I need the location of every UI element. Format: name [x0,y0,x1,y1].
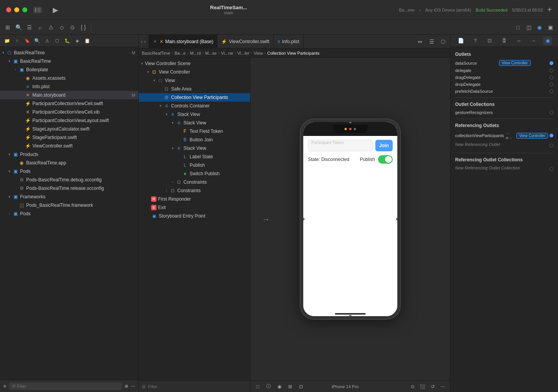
split-editor-icon[interactable]: ⇔ [415,37,425,46]
close-button[interactable] [6,7,11,12]
sidebar-item-info-plist[interactable]: ≡ Info.plist [0,82,138,91]
run-button[interactable]: ▶ [53,6,58,14]
scene-item-safe-area[interactable]: ⊡ Safe Area [139,85,250,93]
diamond-icon[interactable]: ◇ [57,23,66,32]
sidebar-item-participant-cell-xib[interactable]: ✕ ParticipantCollectionViewCell.xib [0,108,138,116]
breadcrumb-mrd[interactable]: M...rd [190,51,201,55]
search-toolbar-icon[interactable]: ⌕ [35,23,45,32]
debug-icon[interactable]: 🐛 [63,37,71,45]
scene-item-exit[interactable]: E Exit [139,203,250,212]
right-icon-3[interactable]: ◉ [535,23,544,32]
scene-item-button-join[interactable]: B Button Join [139,136,250,144]
scene-item-first-responder[interactable]: R First Responder [139,195,250,203]
scene-item-collection-view[interactable]: ⊞ Collection View Participants [139,93,250,102]
scene-item-view-controller[interactable]: ▾ ⊡ View Controller [139,68,250,76]
sidebar-item-pods-release[interactable]: ⚙ Pods-BasicRealTime.release.xcconfig [0,184,138,193]
breadcrumb-vine[interactable]: Vi...ne [221,51,233,55]
report-icon[interactable]: 📋 [83,37,91,45]
canvas-tool-1[interactable]: □ [254,382,262,391]
outlet-dot-datasource[interactable] [550,61,553,65]
canvas-more-icon[interactable]: ⋯ [439,382,447,391]
resize-handle-right[interactable] [396,218,398,220]
sidebar-item-participant-cell-swift[interactable]: ⚡ ParticipantCollectionViewCell.swift [0,99,138,108]
outlet-dot-dragdelegate[interactable] [550,75,553,79]
warning-icon[interactable]: ⚠ [46,23,55,32]
sidebar-item-main-storyboard[interactable]: ✕ Main.storyboard M [0,91,138,99]
sidebar-item-products[interactable]: ▾ ▣ Products [0,150,138,159]
bookmark-icon[interactable]: 🔖 [23,37,31,45]
add-button[interactable]: + [547,5,552,14]
scene-item-constraints-1[interactable]: › ⊡ Constraints [139,178,250,186]
sidebar-item-basicrealtime-root[interactable]: ▾ ⬡ BasicRealTime M [0,49,138,57]
resize-handle-left[interactable] [302,218,304,220]
size-inspector-icon[interactable]: ↔ [514,36,523,45]
right-icon-2[interactable]: ◫ [524,23,533,32]
scene-item-view[interactable]: ▾ □ View [139,76,250,85]
breadcrumb-view[interactable]: View [254,51,263,55]
scene-item-stack-view-3[interactable]: ▾ ≡ Stack View [139,144,250,152]
sidebar-item-boilerplate[interactable]: › ▣ Boilerplate [0,65,138,74]
sidebar-settings-icon[interactable]: ⊕ [124,384,128,389]
sidebar-item-stage-calc[interactable]: ⚡ StageLayoutCalculator.swift [0,125,138,133]
scene-item-label-state[interactable]: L Label State [139,152,250,161]
outlet-dot-prefetch[interactable] [550,89,553,93]
sidebar-item-participant-layout[interactable]: ⚡ ParticipantCollectionViewLayout.swift [0,116,138,125]
canvas-tool-5[interactable]: ⊡ [297,382,305,391]
sidebar-item-framework[interactable]: ◫ Pods_BasicRealTime.framework [0,201,138,209]
sidebar-item-basicrealtime-folder[interactable]: ▾ ▣ BasicRealTime [0,57,138,65]
scene-item-label-publish[interactable]: L Publish [139,161,250,169]
scene-item-text-field[interactable]: F Text Field Token [139,127,250,136]
editor-options-icon[interactable]: ☰ [427,37,436,46]
file-inspector-icon[interactable]: 📄 [456,36,466,45]
scene-item-stack-view-2[interactable]: ▾ ≡ Stack View [139,119,250,127]
breadcrumb-collection-view[interactable]: Collection View Participants [267,51,319,55]
outlet-dot-new-ref-collection[interactable] [550,167,553,171]
tab-info-plist[interactable]: ≡ Info.plist [274,35,304,49]
sidebar-item-viewcontroller[interactable]: ⚡ ViewController.swift [0,142,138,150]
breadcrumb-ba[interactable]: Ba...e [175,51,186,55]
tab-main-storyboard[interactable]: ✕ ✕ Main.storyboard (Base) [148,35,218,49]
breakpoints-icon[interactable]: ◈ [73,37,81,45]
canvas-tool-4[interactable]: ⊞ [286,382,294,391]
sidebar-toggle[interactable] [34,7,42,13]
outlet-dot-dropdelegate[interactable] [550,82,553,86]
sidebar-item-pods-folder[interactable]: ▾ ▣ Pods [0,167,138,176]
connections-active-icon[interactable]: ◉ [543,36,552,45]
forward-arrow[interactable]: › [144,39,146,44]
outlet-dot-new-ref[interactable] [550,144,553,147]
sidebar-more-icon[interactable]: ⋯ [131,384,135,389]
source-control-icon[interactable]: ⑂ [13,37,21,45]
breadcrumb-viler[interactable]: Vi...ler [237,51,249,55]
grid-icon[interactable]: ⊞ [3,23,12,32]
connections-inspector-icon[interactable]: → [529,36,538,45]
sidebar-item-assets[interactable]: ◉ Assets.xcassets [0,74,138,82]
scene-item-stack-view-1[interactable]: ▾ ≡ Stack View [139,110,250,119]
outlet-dot-gesture[interactable] [550,111,553,114]
scene-item-controls-container[interactable]: ▾ ≡ Controls Container [139,102,250,110]
breadcrumb-mse[interactable]: M...se [205,51,217,55]
inspector-icon[interactable]: 🔍 [14,23,23,32]
resize-handle-bottom[interactable] [349,315,351,317]
breadcrumb-basicrealtime[interactable]: BasicRealTime [142,51,170,55]
canvas-tool-3[interactable]: ◉ [275,382,284,391]
quick-help-icon[interactable]: ? [471,36,480,45]
resize-handle-top[interactable] [349,121,351,123]
tab-viewcontroller-swift[interactable]: ⚡ ViewController.swift [217,35,273,49]
sidebar-right-icon[interactable]: ▣ [546,23,555,32]
target-icon[interactable]: ⊙ [68,23,77,32]
hierarchy-icon[interactable]: ☰ [25,23,34,32]
scene-item-switch-publish[interactable]: ● Switch Publish [139,169,250,178]
back-arrow[interactable]: ‹ [141,39,143,44]
warning-sidebar-icon[interactable]: ⚠ [43,37,51,45]
canvas-options-icon[interactable]: ⬡ [439,37,448,46]
outlet-dot-delegate[interactable] [550,69,553,72]
sidebar-item-stage-participant[interactable]: ⚡ StageParticipant.swift [0,133,138,142]
bracket-icon[interactable]: { } [79,23,88,32]
scene-filter-input[interactable] [148,384,247,389]
sidebar-filter-input[interactable] [15,382,119,390]
add-file-icon[interactable]: + [3,383,7,390]
maximize-button[interactable] [22,7,27,12]
outlet-dot-cvp[interactable] [550,134,553,137]
canvas-tool-2[interactable]: ⓘ [264,382,273,391]
attributes-inspector-icon[interactable]: 🎛 [499,36,509,45]
